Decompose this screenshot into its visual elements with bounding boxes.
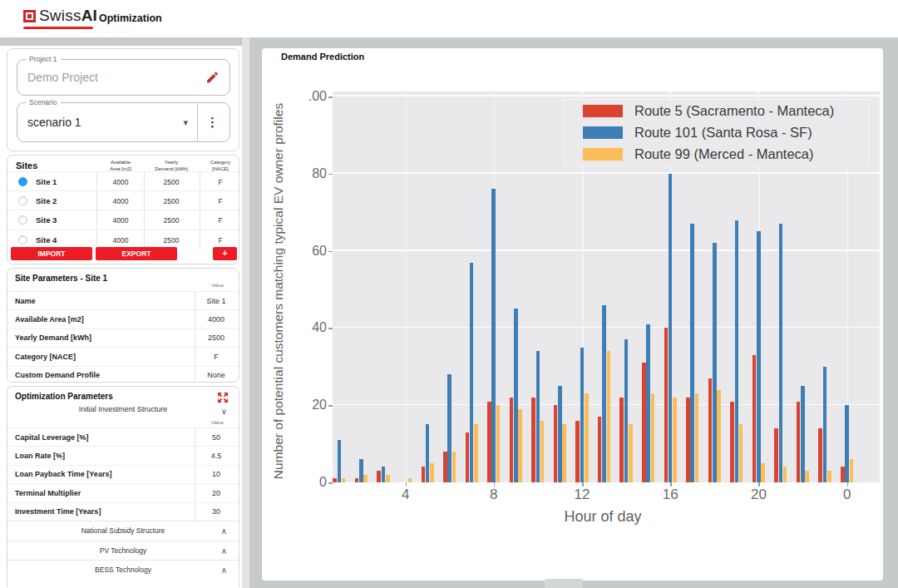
bar: [664, 328, 669, 482]
y-tick-label: .00: [290, 89, 327, 104]
bar: [761, 463, 765, 482]
bar: [531, 398, 535, 482]
site-name: Site 1: [36, 177, 57, 186]
bar: [518, 409, 522, 482]
chevron-up-icon[interactable]: ∧: [221, 526, 227, 536]
y-tick-mark: [328, 174, 333, 175]
param-value[interactable]: F: [195, 353, 237, 361]
table-row[interactable]: Capital Leverage [%] 50: [7, 427, 239, 446]
bar: [447, 374, 451, 482]
initial-investment-section-header[interactable]: Initial Investment Structure: [7, 405, 239, 413]
table-row[interactable]: Custom Demand Profile None: [7, 366, 239, 384]
add-site-button[interactable]: +: [213, 247, 237, 260]
bar: [779, 224, 783, 482]
site-radio[interactable]: [18, 235, 27, 245]
bar: [382, 467, 386, 482]
bar: [717, 390, 721, 482]
bar: [850, 459, 854, 482]
bar: [359, 459, 363, 482]
accordion-bess-technology[interactable]: BESS Technology ∧: [7, 560, 239, 579]
project-name-field[interactable]: Project 1 Demo Project: [17, 59, 230, 96]
y-tick-mark: [328, 405, 333, 407]
bar: [491, 189, 496, 482]
bar: [585, 393, 589, 482]
kebab-menu-icon[interactable]: ⋮: [206, 115, 219, 130]
y-tick-label: 60: [290, 244, 327, 259]
site-category: F: [202, 236, 239, 245]
table-row[interactable]: Site 2 4000 2500 F: [7, 190, 239, 210]
bar: [713, 243, 717, 482]
y-tick-label: 40: [290, 320, 327, 335]
bar: [619, 398, 624, 482]
bar: [669, 174, 673, 482]
site-radio[interactable]: [18, 177, 27, 186]
table-row[interactable]: Loan Rate [%] 4.5: [7, 446, 239, 464]
accordion-label: National Subsidy Structure: [7, 526, 239, 535]
table-row[interactable]: Available Area [m2] 4000: [7, 309, 239, 328]
gridline: [333, 95, 880, 96]
bar: [514, 309, 518, 482]
chevron-up-icon[interactable]: ∧: [221, 566, 227, 575]
chevron-down-icon[interactable]: ▾: [183, 117, 188, 128]
legend-item[interactable]: Route 101 (Santa Rosa - SF): [565, 121, 869, 143]
table-row[interactable]: Name Site 1: [7, 291, 239, 309]
fullscreen-expand-icon[interactable]: [216, 391, 229, 404]
accordion-national-subsidy-structure[interactable]: National Subsidy Structure ∧: [7, 521, 239, 540]
bar: [823, 367, 827, 482]
param-value[interactable]: 4.5: [195, 452, 237, 460]
bar: [730, 402, 734, 482]
site-parameters-title: Site Parameters - Site 1: [15, 274, 107, 283]
scenario-selected-value: scenario 1: [27, 116, 81, 129]
bar: [430, 463, 434, 482]
site-radio[interactable]: [18, 215, 27, 225]
bar: [805, 471, 809, 482]
y-tick-label: 20: [290, 398, 327, 413]
bar: [363, 475, 368, 482]
param-value[interactable]: None: [195, 371, 237, 379]
site-name: Site 2: [36, 196, 57, 205]
export-button[interactable]: EXPORT: [96, 247, 177, 260]
edit-pencil-icon[interactable]: [205, 71, 220, 85]
site-name: Site 3: [36, 215, 57, 225]
table-row[interactable]: Terminal Multiplier 20: [7, 483, 239, 502]
bar: [470, 263, 474, 483]
brand-text: SwissAI: [39, 7, 97, 25]
site-parameters-table: Name Site 1 Available Area [m2] 4000 Yea…: [7, 291, 239, 384]
param-value[interactable]: 4000: [195, 315, 237, 324]
legend-item[interactable]: Route 5 (Sacramento - Manteca): [565, 100, 869, 121]
bar: [536, 351, 540, 482]
site-radio[interactable]: [18, 196, 27, 205]
accordion-pv-technology[interactable]: PV Technology ∧: [7, 541, 239, 560]
param-label: Capital Leverage [%]: [15, 433, 89, 442]
scenario-select-field[interactable]: Scenario scenario 1 ▾ ⋮: [17, 102, 230, 142]
bar: [739, 424, 743, 482]
param-value[interactable]: 30: [195, 507, 237, 516]
chevron-down-icon[interactable]: ∨: [221, 407, 227, 416]
site-demand: 2500: [147, 216, 195, 225]
table-row[interactable]: Site 3 4000 2500 F: [7, 210, 239, 229]
bar: [408, 478, 412, 482]
sidebar-scrollbar[interactable]: [242, 37, 249, 588]
bar: [562, 424, 566, 482]
param-label: Category [NACE]: [15, 353, 76, 361]
site-parameters-panel: Site Parameters - Site 1 Value Name Site…: [7, 268, 239, 383]
table-row[interactable]: Site 4 4000 2500 F: [7, 230, 239, 249]
param-value[interactable]: 10: [195, 470, 237, 478]
table-row[interactable]: Category [NACE] F: [7, 347, 239, 365]
site-area: 4000: [99, 197, 142, 205]
table-row[interactable]: Yearly Demand [kWh] 2500: [7, 329, 239, 347]
import-button[interactable]: IMPORT: [11, 247, 92, 260]
param-value[interactable]: 2500: [195, 334, 237, 342]
legend-swatch: [583, 126, 623, 139]
page-title: Optimization: [99, 12, 162, 24]
legend-item[interactable]: Route 99 (Merced - Manteca): [565, 143, 869, 165]
table-row[interactable]: Loan Payback Time [Years] 10: [7, 465, 239, 483]
param-value[interactable]: 20: [195, 489, 237, 497]
x-tick-label: 16: [654, 487, 687, 503]
legend-label: Route 5 (Sacramento - Manteca): [634, 103, 834, 119]
param-value[interactable]: 50: [195, 433, 237, 442]
table-row[interactable]: Investment Time [Years] 30: [7, 502, 239, 521]
param-value[interactable]: Site 1: [195, 297, 237, 305]
table-row[interactable]: Site 1 4000 2500 F: [7, 171, 239, 190]
chevron-up-icon[interactable]: ∧: [221, 546, 227, 556]
